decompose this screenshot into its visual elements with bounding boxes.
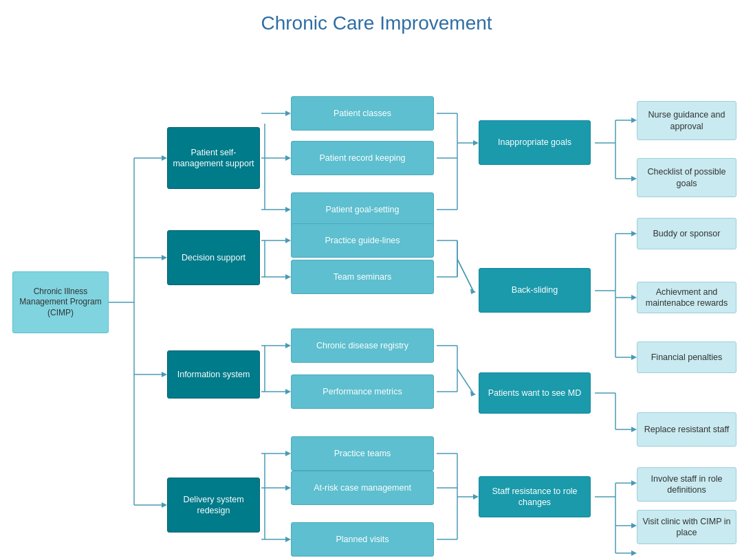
svg-line-45 (457, 259, 473, 291)
svg-marker-9 (162, 502, 167, 508)
patient-self-box: Patient self-management support (167, 127, 260, 189)
nurse-guidance-box: Nurse guidance and approval (637, 101, 736, 140)
replace-staff-box: Replace resistant staff (637, 412, 736, 447)
svg-marker-24 (285, 343, 291, 348)
svg-marker-79 (631, 480, 637, 486)
svg-marker-16 (285, 207, 291, 212)
svg-marker-39 (473, 140, 479, 146)
visit-clinic-box: Visit clinic with CIMP in place (637, 510, 736, 544)
svg-marker-14 (285, 155, 291, 161)
svg-marker-7 (162, 372, 167, 377)
svg-marker-12 (285, 111, 291, 116)
svg-line-43 (457, 259, 473, 291)
planned-visits-box: Planned visits (291, 522, 434, 557)
buddy-box: Buddy or sponsor (637, 218, 736, 249)
financial-box: Financial penalties (637, 341, 736, 373)
practice-teams-box: Practice teams (291, 436, 434, 471)
atrisk-box: At-risk case management (291, 471, 434, 505)
information-box: Information system (167, 350, 260, 399)
svg-line-50 (457, 369, 473, 393)
chronic-registry-box: Chronic disease registry (291, 328, 434, 363)
diagram: Chronic Illness Management Program (CIMP… (0, 45, 753, 560)
team-seminars-box: Team seminars (291, 260, 434, 294)
page-title: Chronic Care Improvement (0, 0, 753, 41)
patient-goal-box: Patient goal-setting (291, 192, 434, 227)
svg-marker-33 (285, 537, 291, 542)
cimp-box: Chronic Illness Management Program (CIMP… (12, 271, 109, 333)
svg-marker-61 (631, 117, 637, 123)
performance-box: Performance metrics (291, 374, 434, 409)
practice-guidelines-box: Practice guide-lines (291, 223, 434, 258)
svg-marker-21 (285, 274, 291, 280)
svg-marker-31 (285, 485, 291, 491)
svg-marker-29 (285, 451, 291, 456)
svg-marker-83 (631, 550, 637, 556)
svg-marker-3 (162, 155, 167, 161)
patient-classes-box: Patient classes (291, 96, 434, 131)
svg-marker-81 (631, 523, 637, 528)
staff-resistance-box: Staff resistance to role changes (479, 476, 591, 517)
inappropriate-goals-box: Inappropriate goals (479, 120, 591, 165)
checklist-box: Checklist of possible goals (637, 158, 736, 197)
svg-marker-46 (470, 289, 476, 294)
backsliding-box: Back-sliding (479, 268, 591, 313)
svg-marker-19 (285, 238, 291, 243)
patients-want-box: Patients want to see MD (479, 372, 591, 414)
svg-marker-5 (162, 255, 167, 260)
svg-marker-26 (285, 389, 291, 394)
delivery-box: Delivery system redesign (167, 478, 260, 533)
svg-marker-69 (631, 295, 637, 300)
svg-marker-57 (473, 494, 479, 500)
decision-box: Decision support (167, 230, 260, 285)
patient-record-box: Patient record keeping (291, 141, 434, 175)
svg-marker-71 (631, 355, 637, 360)
svg-marker-67 (631, 231, 637, 236)
svg-marker-63 (631, 176, 637, 181)
involve-staff-box: Involve staff in role definitions (637, 467, 736, 502)
svg-marker-75 (631, 427, 637, 432)
svg-marker-51 (470, 391, 476, 396)
achievement-box: Achievment and maintenabce rewards (637, 282, 736, 313)
